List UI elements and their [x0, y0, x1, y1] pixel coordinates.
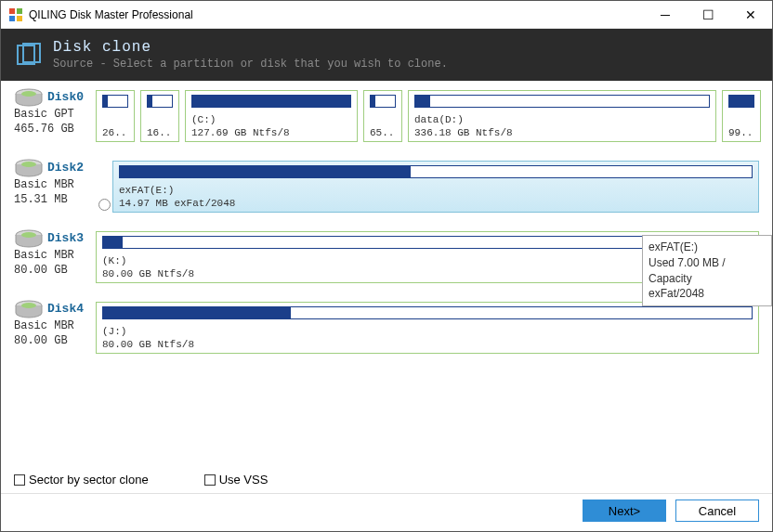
window-title: QILING Disk Master Professional — [29, 8, 644, 21]
partition[interactable]: (J:) 80.00 GB Ntfs/8 — [96, 302, 759, 354]
cancel-button[interactable]: Cancel — [675, 500, 759, 522]
partition-label: (C:) — [191, 114, 351, 125]
maximize-button[interactable]: ☐ — [687, 1, 729, 29]
disk-size: 15.31 MB — [14, 193, 96, 206]
titlebar: QILING Disk Master Professional ─ ☐ ✕ — [1, 1, 772, 29]
tooltip-fs: exFat/2048 — [649, 286, 766, 302]
disk-radio-col — [96, 161, 112, 213]
usage-bar — [102, 306, 753, 319]
disk-info: Disk2 Basic MBR 15.31 MB — [14, 161, 96, 213]
partition-group: (J:) 80.00 GB Ntfs/8 — [96, 302, 759, 354]
svg-point-7 — [21, 91, 36, 97]
disk-clone-icon — [16, 42, 42, 68]
partition-label: exFAT(E:) — [119, 185, 753, 196]
checkbox-icon — [204, 474, 216, 486]
partition-info: 14.97 MB exFat/2048 — [119, 198, 753, 209]
page-header: Disk clone Source - Select a partition o… — [1, 29, 772, 81]
use-vss-checkbox[interactable]: Use VSS — [204, 473, 269, 487]
disk-info: Disk4 Basic MBR 80.00 GB — [14, 302, 96, 354]
disk-size: 80.00 GB — [14, 264, 96, 277]
disk-name: Disk2 — [47, 161, 96, 175]
partition[interactable]: 99... — [722, 90, 761, 142]
sector-clone-label: Sector by sector clone — [29, 473, 149, 487]
partition[interactable]: exFAT(E:) 14.97 MB exFat/2048 — [112, 161, 759, 213]
app-logo-icon — [8, 7, 23, 22]
partition-info: 336.18 GB Ntfs/8 — [414, 127, 710, 138]
disk-row[interactable]: Disk0 Basic GPT 465.76 GB 26... 16... (C… — [14, 90, 759, 142]
page-subtitle: Source - Select a partition or disk that… — [53, 58, 448, 71]
checkbox-icon — [14, 474, 25, 486]
close-button[interactable]: ✕ — [729, 1, 772, 29]
svg-rect-1 — [17, 8, 22, 14]
disk-icon — [14, 159, 44, 180]
svg-rect-2 — [9, 16, 15, 21]
svg-point-13 — [21, 303, 36, 308]
partition-info: 26... — [102, 127, 128, 138]
disk-size: 465.76 GB — [14, 123, 96, 136]
disk-row[interactable]: Disk4 Basic MBR 80.00 GB (J:) 80.00 GB N… — [14, 302, 759, 354]
tooltip-title: exFAT(E:) — [649, 240, 766, 255]
footer-buttons: Next> Cancel — [583, 500, 759, 522]
footer-options: Sector by sector clone Use VSS — [14, 473, 268, 487]
partition[interactable]: 65... — [363, 90, 402, 142]
usage-bar — [191, 95, 351, 108]
tooltip-usage: Used 7.00 MB / Capacity — [649, 255, 766, 287]
usage-bar — [414, 95, 710, 108]
partition-tooltip: exFAT(E:) Used 7.00 MB / Capacity exFat/… — [642, 235, 772, 306]
usage-bar — [728, 95, 754, 108]
disk-info: Disk3 Basic MBR 80.00 GB — [14, 231, 96, 283]
sector-clone-checkbox[interactable]: Sector by sector clone — [14, 473, 149, 487]
next-button[interactable]: Next> — [583, 500, 666, 522]
disk-icon — [14, 300, 44, 321]
usage-bar — [102, 95, 128, 108]
disk-row[interactable]: Disk2 Basic MBR 15.31 MB exFAT(E:) 14.97… — [14, 161, 759, 213]
partition-info: 80.00 GB Ntfs/8 — [102, 339, 753, 350]
disk-info: Disk0 Basic GPT 465.76 GB — [14, 90, 96, 142]
partition-label: data(D:) — [414, 114, 710, 125]
partition-info: 65... — [370, 127, 396, 138]
partition-info: 16... — [147, 127, 173, 138]
footer-divider — [1, 493, 772, 494]
usage-bar — [370, 95, 396, 108]
svg-point-9 — [21, 162, 36, 167]
usage-bar — [147, 95, 173, 108]
disk-icon — [14, 229, 44, 251]
disk-select-radio[interactable] — [98, 199, 111, 211]
partition[interactable]: 26... — [96, 90, 135, 142]
disk-type: Basic MBR — [14, 319, 96, 332]
disk-name: Disk3 — [47, 231, 96, 245]
minimize-button[interactable]: ─ — [644, 1, 687, 29]
disk-icon — [14, 88, 44, 110]
partition-group: 26... 16... (C:) 127.69 GB Ntfs/8 65... … — [96, 90, 759, 142]
disk-type: Basic MBR — [14, 178, 96, 191]
disk-type: Basic MBR — [14, 249, 96, 262]
disk-size: 80.00 GB — [14, 334, 96, 347]
partition-info: 127.69 GB Ntfs/8 — [191, 127, 351, 138]
svg-rect-0 — [9, 8, 15, 14]
disk-name: Disk0 — [47, 90, 96, 104]
partition[interactable]: 16... — [140, 90, 179, 142]
partition-info: 99... — [728, 127, 754, 138]
partition-label: (J:) — [102, 326, 753, 337]
page-title: Disk clone — [53, 39, 448, 56]
disk-name: Disk4 — [47, 302, 96, 316]
svg-rect-3 — [17, 16, 22, 21]
svg-point-11 — [21, 232, 36, 238]
use-vss-label: Use VSS — [219, 473, 269, 487]
usage-bar — [119, 165, 753, 178]
disk-type: Basic GPT — [14, 108, 96, 121]
partition[interactable]: (C:) 127.69 GB Ntfs/8 — [185, 90, 358, 142]
partition-group: exFAT(E:) 14.97 MB exFat/2048 — [112, 161, 759, 213]
partition[interactable]: data(D:) 336.18 GB Ntfs/8 — [408, 90, 716, 142]
